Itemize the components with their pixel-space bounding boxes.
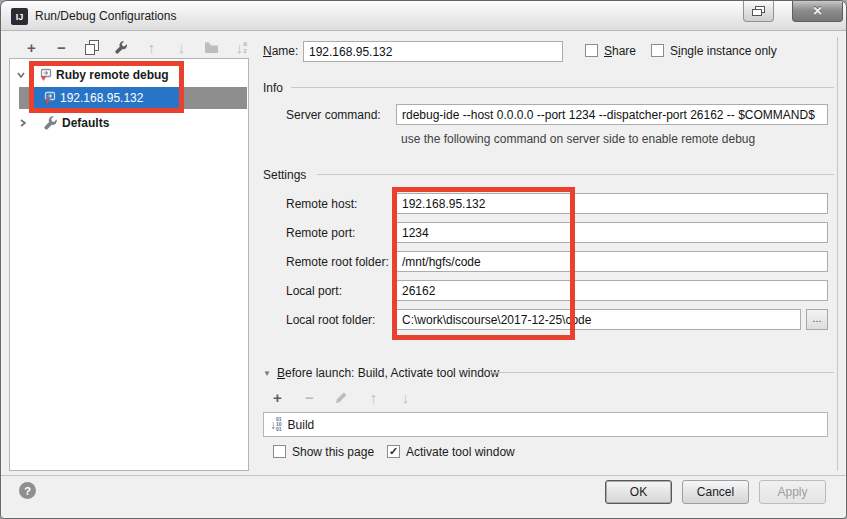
tree-item-label: Ruby remote debug: [56, 68, 169, 82]
collapse-triangle-icon[interactable]: ▼: [263, 369, 271, 378]
remote-debug-icon: [41, 90, 57, 106]
activate-tool-window-label[interactable]: Activate tool window: [406, 445, 515, 459]
server-command-field[interactable]: [396, 104, 828, 125]
add-configuration-button[interactable]: +: [23, 39, 40, 56]
settings-section-header: Settings: [263, 168, 306, 182]
remote-host-label: Remote host:: [286, 197, 357, 211]
tree-item-defaults[interactable]: Defaults: [17, 115, 109, 131]
move-up-button[interactable]: ↑: [143, 39, 160, 56]
wrench-icon: [43, 115, 59, 131]
browse-button[interactable]: ...: [806, 309, 828, 330]
apply-button[interactable]: Apply: [759, 480, 826, 504]
show-this-page-checkbox[interactable]: [273, 445, 286, 458]
configurations-toolbar: + − ↑ ↓ ↓ az: [23, 38, 250, 56]
single-instance-label[interactable]: Single instance only: [670, 44, 777, 58]
chevron-down-icon[interactable]: [15, 70, 26, 81]
wrench-icon: [114, 40, 129, 55]
move-down-button[interactable]: ↓: [173, 39, 190, 56]
local-root-folder-label: Local root folder:: [286, 313, 375, 327]
info-separator: [291, 87, 834, 88]
local-port-label: Local port:: [286, 284, 342, 298]
share-checkbox[interactable]: [585, 44, 598, 57]
chevron-right-icon[interactable]: [17, 118, 28, 129]
add-task-button[interactable]: +: [269, 389, 286, 406]
ellipsis-icon: ...: [812, 312, 821, 324]
remove-configuration-button[interactable]: −: [53, 39, 70, 56]
sort-az-icon: ↓ az: [236, 39, 247, 56]
ok-button[interactable]: OK: [605, 480, 672, 504]
footer-separator: [1, 475, 847, 476]
annotation-box-settings: [392, 187, 575, 340]
remote-port-label: Remote port:: [286, 226, 355, 240]
before-launch-separator: [491, 372, 834, 373]
server-command-hint: use the following command on server side…: [401, 132, 755, 146]
before-launch-header[interactable]: Before launch: Build, Activate tool wind…: [277, 366, 499, 380]
share-label[interactable]: Share: [604, 44, 636, 58]
help-button[interactable]: ?: [19, 482, 36, 499]
server-command-label: Server command:: [286, 108, 381, 122]
remote-root-folder-label: Remote root folder:: [286, 255, 389, 269]
close-window-button[interactable]: ✕: [792, 1, 843, 22]
scrollbar-track[interactable]: [837, 37, 838, 471]
build-task-label[interactable]: Build: [288, 418, 315, 432]
tree-item-ruby-remote-debug[interactable]: Ruby remote debug: [15, 67, 169, 83]
settings-separator: [317, 174, 834, 175]
intellij-logo-icon: IJ: [11, 8, 28, 25]
folder-icon: [204, 41, 219, 54]
build-task-icon: ↓ 01 10 01: [270, 417, 282, 432]
single-instance-checkbox[interactable]: [651, 44, 664, 57]
check-icon: ✓: [389, 445, 398, 458]
window-title: Run/Debug Configurations: [35, 9, 176, 23]
before-launch-list: ↓ 01 10 01 Build: [263, 412, 828, 437]
copy-icon: [85, 40, 99, 55]
copy-configuration-button[interactable]: [83, 39, 100, 56]
title-bar[interactable]: IJ Run/Debug Configurations ✕: [1, 1, 846, 31]
move-task-down-button[interactable]: ↓: [397, 389, 414, 406]
info-section-header: Info: [263, 81, 283, 95]
tree-item-label: Defaults: [62, 116, 109, 130]
name-input[interactable]: [303, 41, 563, 62]
run-debug-configurations-dialog: IJ Run/Debug Configurations ✕ + − ↑ ↓: [0, 0, 847, 519]
create-folder-button[interactable]: [203, 39, 220, 56]
edit-task-button[interactable]: [333, 389, 350, 406]
sort-configurations-button[interactable]: ↓ az: [233, 39, 250, 56]
tree-item-label: 192.168.95.132: [60, 91, 143, 105]
remote-debug-icon: [37, 67, 53, 83]
tree-item-192-168-95-132[interactable]: 192.168.95.132: [41, 90, 143, 106]
edit-defaults-button[interactable]: [113, 39, 130, 56]
cancel-button[interactable]: Cancel: [682, 480, 749, 504]
remove-task-button[interactable]: −: [301, 389, 318, 406]
restore-icon: [752, 6, 765, 17]
activate-tool-window-checkbox[interactable]: ✓: [387, 445, 400, 458]
pencil-icon: [335, 391, 348, 404]
before-launch-toolbar: + − ↑ ↓: [269, 389, 414, 406]
close-icon: ✕: [812, 4, 822, 18]
move-task-up-button[interactable]: ↑: [365, 389, 382, 406]
name-label: Name:: [263, 44, 298, 58]
restore-window-button[interactable]: [743, 1, 774, 22]
question-mark-icon: ?: [24, 485, 31, 497]
show-this-page-label[interactable]: Show this page: [292, 445, 374, 459]
